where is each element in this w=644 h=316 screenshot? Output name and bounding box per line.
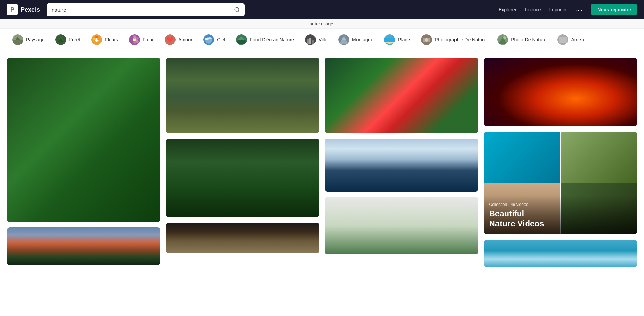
category-thumb-fleurs — [91, 34, 102, 45]
category-arriere[interactable]: Arrière — [552, 32, 591, 47]
category-label: Ciel — [217, 37, 225, 42]
category-photo-nature[interactable]: Photo De Nature — [492, 32, 552, 47]
category-paysage[interactable]: Paysage — [7, 32, 50, 47]
join-button[interactable]: Nous rejoindre — [591, 4, 637, 15]
category-photographie[interactable]: Photographie De Nature — [416, 32, 492, 47]
category-thumb-photo-nature — [497, 34, 508, 45]
category-fleur[interactable]: Fleur — [124, 32, 159, 47]
photo-extra-bottom[interactable] — [484, 240, 638, 267]
header-nav: Explorer Licence Importer ··· Nous rejoi… — [499, 4, 637, 15]
category-thumb-paysage — [12, 34, 23, 45]
logo-name: Pexels — [20, 6, 40, 13]
search-button[interactable] — [229, 4, 245, 15]
photo-bridge-forest[interactable] — [166, 58, 320, 133]
logo[interactable]: P Pexels — [7, 4, 40, 15]
category-thumb-plage — [384, 34, 395, 45]
collection-overlay: Collection · 49 vidéos Beautiful Nature … — [484, 195, 638, 234]
svg-point-11 — [97, 38, 100, 40]
photo-lion[interactable] — [166, 223, 320, 253]
svg-point-10 — [95, 36, 98, 38]
svg-point-15 — [133, 35, 136, 39]
svg-rect-36 — [384, 38, 395, 42]
collection-title: Beautiful Nature Videos — [489, 209, 632, 229]
category-fleurs[interactable]: Fleurs — [86, 32, 124, 47]
nav-licence[interactable]: Licence — [524, 7, 541, 12]
svg-rect-28 — [307, 39, 309, 44]
category-montagne[interactable]: Montagne — [333, 32, 379, 47]
photo-bird-flower[interactable] — [325, 58, 478, 133]
svg-line-1 — [238, 11, 239, 12]
svg-point-22 — [205, 38, 209, 40]
photo-succulent[interactable] — [325, 197, 478, 254]
category-label: Fleur — [143, 37, 154, 42]
category-ciel[interactable]: Ciel — [198, 32, 230, 47]
logo-letter: P — [10, 6, 14, 13]
svg-point-0 — [235, 7, 239, 11]
category-fond-ecran[interactable]: Fond D'écran Nature — [230, 32, 299, 47]
category-label: Amour — [178, 37, 192, 42]
photo-mountain-lake[interactable] — [325, 139, 478, 192]
collection-title-line1: Beautiful — [489, 209, 524, 218]
category-label: Arrière — [571, 37, 585, 42]
svg-point-12 — [93, 38, 96, 40]
svg-rect-25 — [237, 40, 246, 44]
category-strip: Paysage Forêt Fleurs Fleur — [0, 29, 644, 51]
category-label: Photo De Nature — [511, 37, 546, 42]
category-label: Plage — [398, 37, 410, 42]
notice-text: autre usage. — [310, 21, 334, 26]
category-thumb-foret — [55, 34, 66, 45]
photo-mountains-sunset[interactable] — [7, 227, 160, 265]
photo-column-3 — [325, 58, 478, 254]
category-label: Montagne — [352, 37, 373, 42]
category-thumb-arriere — [557, 34, 568, 45]
svg-point-23 — [208, 37, 212, 39]
search-input[interactable] — [47, 3, 229, 16]
nav-importer[interactable]: Importer — [549, 7, 567, 12]
collection-label: Collection · 49 vidéos — [489, 202, 632, 207]
category-label: Paysage — [26, 37, 44, 42]
logo-icon: P — [7, 4, 18, 15]
svg-rect-29 — [309, 38, 311, 44]
collection-card[interactable]: Collection · 49 vidéos Beautiful Nature … — [484, 132, 638, 234]
category-ville[interactable]: Ville — [299, 32, 333, 47]
category-thumb-ville — [305, 34, 316, 45]
category-amour[interactable]: Amour — [159, 32, 198, 47]
photo-railway[interactable] — [166, 139, 320, 217]
category-plage[interactable]: Plage — [379, 32, 416, 47]
svg-point-18 — [133, 41, 136, 44]
category-thumb-fleur — [129, 34, 140, 45]
category-label: Fleurs — [105, 37, 118, 42]
photo-sunset-tree[interactable] — [484, 58, 638, 126]
category-foret[interactable]: Forêt — [50, 32, 86, 47]
svg-point-42 — [503, 36, 506, 39]
more-options-button[interactable]: ··· — [575, 6, 583, 14]
svg-rect-30 — [312, 40, 314, 44]
category-label: Fond D'écran Nature — [250, 37, 294, 42]
photo-grid: Collection · 49 vidéos Beautiful Nature … — [7, 58, 637, 267]
nav-explorer[interactable]: Explorer — [499, 7, 516, 12]
svg-point-39 — [425, 38, 428, 42]
category-thumb-amour — [165, 34, 176, 45]
category-thumb-photographie — [421, 34, 432, 45]
category-thumb-montagne — [338, 34, 349, 45]
photo-column-2 — [166, 58, 320, 253]
photo-aerial-trees[interactable] — [7, 58, 160, 222]
svg-rect-44 — [559, 37, 567, 43]
category-thumb-ciel — [203, 34, 214, 45]
category-thumb-fond-ecran — [236, 34, 247, 45]
photo-column-1 — [7, 58, 160, 265]
main-content: Collection · 49 vidéos Beautiful Nature … — [0, 51, 644, 274]
svg-rect-3 — [12, 40, 23, 45]
notice-bar: autre usage. — [0, 19, 644, 29]
category-label: Ville — [319, 37, 327, 42]
category-label: Photographie De Nature — [435, 37, 486, 42]
collection-title-line2: Nature Videos — [489, 219, 544, 228]
search-bar — [47, 3, 245, 16]
photo-column-4: Collection · 49 vidéos Beautiful Nature … — [484, 58, 638, 267]
site-header: P Pexels Explorer Licence Importer ··· N… — [0, 0, 644, 19]
search-icon — [234, 6, 240, 13]
category-label: Forêt — [69, 37, 80, 42]
